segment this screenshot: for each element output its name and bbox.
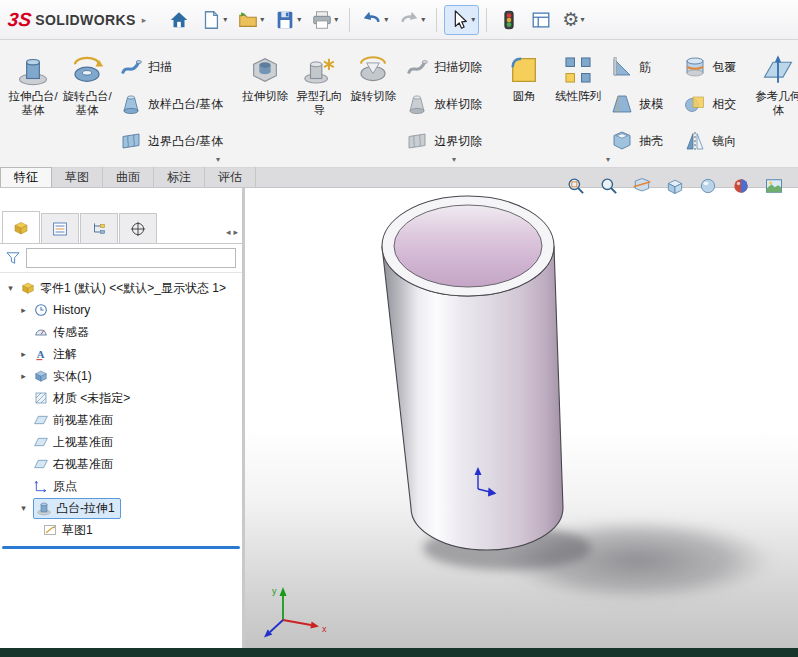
boundary-boss-icon	[119, 129, 143, 153]
boundary-cut-button[interactable]: 边界切除	[400, 124, 487, 158]
boundary-c-icon	[405, 129, 429, 153]
rib-button[interactable]: 筋	[605, 50, 668, 84]
zoom-to-area-button[interactable]	[597, 174, 621, 198]
property-manager-tab[interactable]	[41, 213, 79, 243]
selected-item-highlight[interactable]: 凸台-拉伸1	[33, 498, 121, 519]
model-scene: y x	[245, 188, 798, 648]
wrap-button[interactable]: 包覆	[678, 50, 741, 84]
undo-button[interactable]: ▾	[357, 5, 392, 35]
task-pane-button[interactable]	[526, 5, 556, 35]
dropdown-caret[interactable]: ▾	[334, 15, 338, 24]
expander-icon[interactable]: ▸	[18, 371, 29, 381]
mirror-button[interactable]: 镜向	[678, 124, 741, 158]
button-label: 拉伸切除	[242, 90, 288, 104]
panel-tab-scroll-right[interactable]: ▸	[233, 227, 238, 237]
tree-item-history[interactable]: ▸ History	[2, 299, 240, 321]
select-cursor-icon	[448, 9, 470, 31]
tab-annotations[interactable]: 标注	[154, 167, 205, 187]
tree-item-top-plane[interactable]: 上视基准面	[2, 431, 240, 453]
save-button[interactable]: ▾	[270, 5, 305, 35]
dropdown-caret[interactable]: ▾	[384, 15, 388, 24]
linear-pattern-button[interactable]: 线性阵列	[551, 46, 605, 107]
expander-icon[interactable]: ▸	[18, 305, 29, 315]
tree-item-solid-bodies[interactable]: ▸ 实体(1)	[2, 365, 240, 387]
tree-item-boss-extrude1[interactable]: ▾ 凸台-拉伸1	[2, 497, 240, 519]
swept-boss-icon	[119, 55, 143, 79]
extruded-cut-button[interactable]: 拉伸切除	[238, 46, 292, 107]
tree-root-item[interactable]: ▾ 零件1 (默认) <<默认>_显示状态 1>	[2, 277, 240, 299]
cut-group-flyout-caret[interactable]: ▾	[452, 155, 456, 164]
reference-geometry-button[interactable]: 参考几何体	[751, 46, 798, 121]
ds-logo: 3S	[7, 9, 33, 31]
lofted-boss-button[interactable]: 放样凸台/基体	[114, 87, 228, 121]
cylinder-inner-face[interactable]	[394, 205, 542, 287]
tree-item-material[interactable]: 材质 <未指定>	[2, 387, 240, 409]
tab-sketch[interactable]: 草图	[52, 167, 103, 187]
tab-features[interactable]: 特征	[0, 167, 52, 187]
edit-appearance-button[interactable]	[729, 174, 753, 198]
dropdown-caret[interactable]: ▾	[471, 15, 475, 24]
tree-item-sketch1[interactable]: 草图1	[2, 519, 240, 541]
apply-scene-button[interactable]	[762, 174, 786, 198]
dropdown-caret[interactable]: ▾	[297, 15, 301, 24]
expander-icon[interactable]: ▾	[18, 503, 29, 513]
extruded-boss-button[interactable]: 拉伸凸台/基体	[6, 46, 60, 121]
graphics-area[interactable]: y x	[245, 188, 798, 648]
button-label: 相交	[712, 96, 736, 113]
select-tool-button[interactable]: ▾	[444, 5, 479, 35]
fillet-button[interactable]: 圆角	[497, 46, 551, 107]
button-label: 圆角	[513, 90, 536, 104]
dropdown-caret[interactable]: ▾	[223, 15, 227, 24]
rollback-bar[interactable]	[2, 546, 240, 549]
tree-item-front-plane[interactable]: 前视基准面	[2, 409, 240, 431]
configuration-manager-tab[interactable]	[80, 213, 118, 243]
swept-boss-button[interactable]: 扫描	[114, 50, 228, 84]
solidworks-logo: 3S SOLIDWORKS ▸	[8, 9, 146, 31]
print-button[interactable]: ▾	[307, 5, 342, 35]
home-button[interactable]	[164, 5, 194, 35]
button-label: 镜向	[712, 133, 736, 150]
features-group-flyout-caret[interactable]: ▾	[606, 155, 610, 164]
draft-button[interactable]: 拔模	[605, 87, 668, 121]
tab-evaluate[interactable]: 评估	[205, 167, 256, 187]
shell-button[interactable]: 抽壳	[605, 124, 668, 158]
expander-icon[interactable]: ▸	[18, 349, 29, 359]
print-icon	[311, 9, 333, 31]
hole-wizard-button[interactable]: 异型孔向导	[292, 46, 346, 121]
display-style-button[interactable]	[696, 174, 720, 198]
view-orientation-button[interactable]	[663, 174, 687, 198]
options-button[interactable]: ⚙▾	[558, 5, 588, 35]
panel-tab-scroll-left[interactable]: ◂	[226, 227, 231, 237]
swept-cut-button[interactable]: 扫描切除	[400, 50, 487, 84]
expander-icon[interactable]: ▾	[5, 283, 16, 293]
dimxpert-manager-tab[interactable]	[119, 213, 157, 243]
feature-manager-panel: ◂ ▸ ▾ 零件1 (默认) <<默认>_显示状态 1> ▸ History	[0, 188, 242, 648]
dropdown-caret[interactable]: ▾	[260, 15, 264, 24]
tab-surfaces[interactable]: 曲面	[103, 167, 154, 187]
zoom-to-fit-icon	[566, 176, 586, 196]
rebuild-traffic-light-button[interactable]	[494, 5, 524, 35]
boss-group-flyout-caret[interactable]: ▾	[216, 155, 220, 164]
brand-flyout-arrow[interactable]: ▸	[142, 15, 147, 25]
tree-item-sensors[interactable]: 传感器	[2, 321, 240, 343]
dropdown-caret[interactable]: ▾	[580, 15, 584, 24]
feature-manager-tab[interactable]	[2, 211, 40, 243]
tree-item-label: 原点	[53, 478, 77, 495]
zoom-to-fit-button[interactable]	[564, 174, 588, 198]
open-button[interactable]: ▾	[233, 5, 268, 35]
dropdown-caret[interactable]: ▾	[421, 15, 425, 24]
redo-button[interactable]: ▾	[394, 5, 429, 35]
tree-filter-input[interactable]	[26, 248, 236, 268]
section-view-button[interactable]	[630, 174, 654, 198]
boundary-boss-button[interactable]: 边界凸台/基体	[114, 124, 228, 158]
filter-funnel-icon[interactable]	[4, 249, 22, 267]
tree-item-annotations[interactable]: ▸ 注解	[2, 343, 240, 365]
intersect-button[interactable]: 相交	[678, 87, 741, 121]
lofted-cut-button[interactable]: 放样切除	[400, 87, 487, 121]
button-label: 参考几何体	[752, 90, 798, 118]
revolved-boss-button[interactable]: 旋转凸台/基体	[60, 46, 114, 121]
revolved-cut-button[interactable]: 旋转切除	[346, 46, 400, 107]
tree-item-origin[interactable]: 原点	[2, 475, 240, 497]
tree-item-right-plane[interactable]: 右视基准面	[2, 453, 240, 475]
new-document-button[interactable]: ▾	[196, 5, 231, 35]
